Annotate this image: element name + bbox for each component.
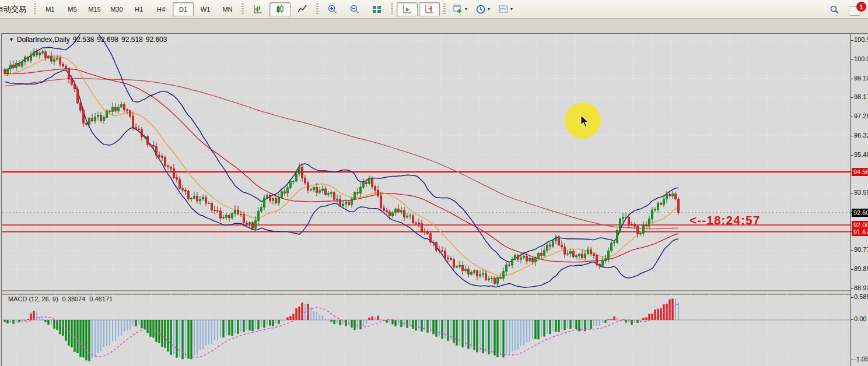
time-annotation: <--18:24:57 <box>690 213 760 227</box>
price-axis: 100.950100.02599.10098.17597.25096.32595… <box>850 34 868 366</box>
tile-windows-button[interactable] <box>366 2 387 16</box>
periods-button[interactable]: ▾ <box>472 2 494 16</box>
tf-h4-button[interactable]: H4 <box>150 2 172 16</box>
axis-tick-mark <box>851 250 853 251</box>
zoom-in-button[interactable] <box>322 2 343 16</box>
price-tick-label: 97.250 <box>854 112 868 119</box>
tf-m30-button[interactable]: M30 <box>106 2 127 16</box>
auto-scroll-icon <box>402 4 412 15</box>
tf-d1-button[interactable]: D1 <box>173 2 194 16</box>
macd-tick-label: 0.5858 <box>854 293 868 300</box>
symbol-period-label: DollarIndex,Daily <box>17 36 70 44</box>
dropdown-caret-icon[interactable]: ▾ <box>465 6 467 12</box>
periods-icon <box>475 4 486 15</box>
toolbar-groups: M1M5M15M30H1H4D1W1MN▾▾▾ <box>31 2 517 16</box>
main-toolbar: 自动交易 M1M5M15M30H1H4D1W1MN▾▾▾ 1 <box>0 0 868 19</box>
candlestick-button[interactable] <box>270 2 290 16</box>
chart-shift-button[interactable] <box>419 2 440 16</box>
price-tick-label: 98.175 <box>854 93 868 100</box>
macd-main-value: 0.38074 <box>62 295 86 302</box>
price-tick-label: 95.400 <box>854 151 868 158</box>
ohlc-high: 92.698 <box>97 36 118 44</box>
zoom-out-icon <box>349 4 360 15</box>
zoom-in-icon <box>327 4 338 15</box>
chart-title: ▼ DollarIndex,Daily 92.538 92.698 92.518… <box>9 36 167 44</box>
macd-name: MACD (12, 26, 9) <box>8 295 58 302</box>
axis-tick-mark <box>851 360 853 360</box>
macd-tick-label: 0.00 <box>854 315 866 322</box>
line-chart-icon <box>297 4 307 15</box>
tf-h1-button[interactable]: H1 <box>128 2 149 16</box>
tile-windows-icon <box>372 4 382 15</box>
candles-icon <box>275 4 285 15</box>
axis-tick-mark <box>851 59 853 60</box>
macd-indicator-label: MACD (12, 26, 9) 0.38074 0.46171 <box>8 295 113 302</box>
toolbar-separator <box>316 3 318 15</box>
zoom-out-button[interactable] <box>344 2 365 16</box>
level-price-tag: 94.567 <box>852 168 868 176</box>
new-chart-icon <box>453 4 463 15</box>
axis-tick-mark <box>851 319 853 320</box>
level-price-tag: 91.670 <box>852 228 868 236</box>
price-tick-label: 99.100 <box>854 75 868 82</box>
bar-chart-button[interactable] <box>247 2 268 16</box>
new-chart-button[interactable]: ▾ <box>449 2 471 16</box>
axis-tick-mark <box>851 288 853 289</box>
toolbar-separator <box>391 3 393 15</box>
price-tick-label: 100.025 <box>854 55 868 62</box>
auto-scroll-button[interactable] <box>397 2 418 16</box>
main-chart-canvas[interactable] <box>2 34 850 290</box>
symbol-dropdown-icon[interactable]: ▼ <box>9 37 14 43</box>
line-chart-button[interactable] <box>292 2 313 16</box>
price-tick-label: 88.925 <box>854 284 868 291</box>
axis-tick-mark <box>851 97 853 98</box>
axis-tick-mark <box>851 40 853 41</box>
macd-tick-label: -1.0550 <box>854 356 868 363</box>
tf-mn-button[interactable]: MN <box>217 2 238 16</box>
price-tick-label: 100.950 <box>854 36 868 43</box>
tf-w1-button[interactable]: W1 <box>195 2 216 16</box>
axis-tick-mark <box>851 269 853 270</box>
chart-shift-icon <box>424 4 435 15</box>
axis-tick-mark <box>851 117 853 117</box>
ohlc-close: 92.603 <box>146 36 167 44</box>
ohlc-open: 92.538 <box>73 36 94 44</box>
autotrading-button[interactable]: 自动交易 <box>0 4 31 15</box>
tf-m15-button[interactable]: M15 <box>84 2 105 16</box>
metatrader-window: 自动交易 M1M5M15M30H1H4D1W1MN▾▾▾ 1 ▼ DollarI… <box>0 0 868 366</box>
chart-window: ▼ DollarIndex,Daily 92.538 92.698 92.518… <box>1 33 868 366</box>
dropdown-caret-icon[interactable]: ▾ <box>488 6 490 12</box>
macd-signal-value: 0.46171 <box>89 295 113 302</box>
macd-indicator-canvas[interactable] <box>2 294 850 366</box>
dropdown-caret-icon[interactable]: ▾ <box>510 6 513 12</box>
price-tick-label: 96.325 <box>854 132 868 139</box>
axis-tick-mark <box>851 136 853 136</box>
indicators-button[interactable]: ▾ <box>495 2 516 16</box>
tf-m1-button[interactable]: M1 <box>40 2 61 16</box>
indicators-icon <box>498 4 509 15</box>
tf-m5-button[interactable]: M5 <box>62 2 83 16</box>
notification-badge[interactable]: 1 <box>856 1 867 12</box>
axis-tick-mark <box>851 79 853 79</box>
toolbar-separator <box>242 3 244 15</box>
axis-tick-mark <box>851 193 853 193</box>
mouse-cursor-icon <box>580 115 590 128</box>
price-tick-label: 93.550 <box>854 189 868 196</box>
axis-tick-mark <box>851 297 853 298</box>
toolbar-separator <box>443 3 446 15</box>
axis-tick-mark <box>851 155 853 156</box>
toolbar-separator <box>34 3 36 15</box>
bar-chart-icon <box>253 4 263 15</box>
ohlc-low: 92.518 <box>121 36 143 44</box>
price-tick-label: 89.850 <box>854 265 868 272</box>
current-price-tag: 92.603 <box>852 209 868 217</box>
price-tick-label: 90.775 <box>854 246 868 253</box>
search-icon[interactable] <box>824 2 845 16</box>
